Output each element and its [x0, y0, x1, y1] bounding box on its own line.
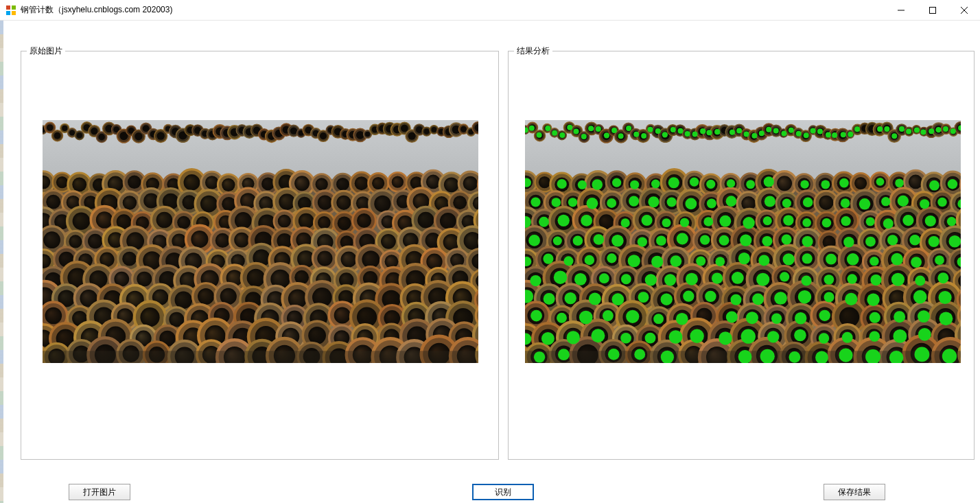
window-left-accent	[0, 21, 3, 503]
picturebox-result	[525, 120, 961, 363]
open-image-button[interactable]: 打开图片	[69, 484, 130, 500]
recognize-button[interactable]: 识别	[472, 484, 534, 500]
groupbox-original-legend: 原始图片	[27, 45, 65, 57]
titlebar: 钢管计数（jsxyhelu.cnblogs.com 202003)	[0, 0, 980, 21]
window-controls	[885, 0, 980, 21]
svg-rect-1	[12, 5, 16, 10]
save-result-button[interactable]: 保存结果	[824, 484, 885, 500]
groupbox-original: 原始图片	[21, 51, 499, 460]
app-icon	[5, 5, 16, 16]
result-image	[525, 120, 961, 363]
original-image	[43, 120, 478, 363]
picturebox-original	[43, 120, 478, 363]
groupbox-result-legend: 结果分析	[514, 45, 552, 57]
minimize-button[interactable]	[885, 0, 917, 21]
svg-rect-0	[6, 5, 10, 10]
svg-rect-2	[6, 11, 10, 15]
maximize-button[interactable]	[917, 0, 948, 21]
svg-rect-5	[930, 8, 936, 14]
client-area: 原始图片 结果分析 打开图片 识别 保存结果	[0, 21, 980, 503]
groupbox-result: 结果分析	[508, 51, 975, 460]
close-button[interactable]	[948, 0, 980, 21]
window-title: 钢管计数（jsxyhelu.cnblogs.com 202003)	[21, 4, 172, 16]
svg-rect-3	[12, 11, 16, 15]
